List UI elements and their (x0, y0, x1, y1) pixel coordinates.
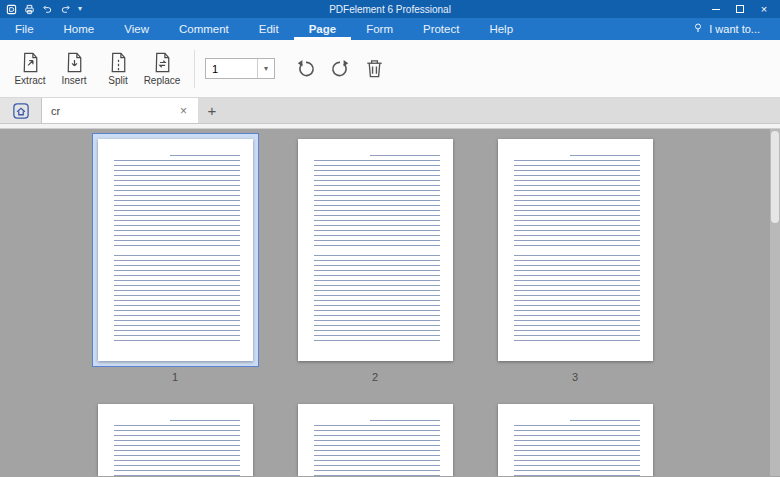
thumbnail-page-1[interactable]: 1 (90, 133, 260, 384)
rotate-left-button[interactable] (289, 52, 323, 86)
minimize-icon (712, 9, 720, 10)
replace-button[interactable]: Replace (140, 51, 184, 86)
insert-label: Insert (61, 75, 86, 86)
menu-form[interactable]: Form (351, 18, 408, 40)
page-thumbnail-panel: 1 2 3 (0, 129, 780, 476)
thumbnail-page-3[interactable]: 3 (490, 133, 660, 384)
maximize-icon (736, 5, 744, 13)
page-toolbar: Extract Insert Split Replace ▾ (0, 40, 780, 98)
rotate-right-icon (328, 57, 352, 81)
tab-close-icon[interactable]: × (178, 104, 189, 118)
menu-view[interactable]: View (109, 18, 164, 40)
menu-bar: File Home View Comment Edit Page Form Pr… (0, 18, 780, 40)
split-label: Split (108, 75, 127, 86)
thumbnail-selection-frame (492, 133, 659, 367)
minimize-button[interactable] (710, 3, 722, 15)
page-number-input[interactable] (206, 63, 252, 75)
document-tab-bar: cr × + (0, 98, 780, 124)
page-thumbnail[interactable] (98, 139, 253, 361)
page-text-preview (114, 155, 240, 345)
insert-button[interactable]: Insert (52, 51, 96, 86)
page-number-combo: ▾ (205, 58, 275, 79)
page-thumbnail[interactable] (298, 404, 453, 476)
rotate-right-button[interactable] (323, 52, 357, 86)
thumbnail-page-4[interactable] (90, 398, 260, 476)
window-controls: × (710, 3, 780, 15)
thumbnail-selection-frame (92, 133, 259, 367)
trash-icon (363, 57, 386, 80)
thumbnail-selection-frame (492, 398, 659, 476)
customize-toolbar-caret-icon[interactable]: ▾ (78, 5, 82, 13)
extract-label: Extract (14, 75, 45, 86)
thumbnail-page-6[interactable] (490, 398, 660, 476)
page-text-preview (114, 420, 240, 476)
home-icon (12, 102, 30, 120)
lightbulb-icon (692, 22, 704, 36)
split-icon (107, 51, 130, 74)
menu-help[interactable]: Help (474, 18, 528, 40)
extract-button[interactable]: Extract (8, 51, 52, 86)
page-thumbnail[interactable] (298, 139, 453, 361)
page-text-preview (314, 420, 440, 476)
close-button[interactable]: × (758, 3, 770, 15)
app-window: ▾ PDFelement 6 Professional × File Home … (0, 0, 780, 477)
menu-comment[interactable]: Comment (164, 18, 244, 40)
new-tab-button[interactable]: + (198, 98, 226, 123)
print-icon[interactable] (24, 4, 35, 15)
document-tab[interactable]: cr × (42, 98, 198, 123)
i-want-to-label: I want to... (709, 23, 760, 35)
combo-dropdown-icon[interactable]: ▾ (257, 59, 274, 78)
toolbar-separator (194, 50, 195, 88)
page-text-preview (514, 420, 640, 476)
redo-icon[interactable] (60, 4, 71, 15)
replace-label: Replace (144, 75, 181, 86)
menu-page[interactable]: Page (294, 18, 352, 40)
vertical-scrollbar[interactable] (770, 129, 780, 476)
thumbnail-grid: 1 2 3 (0, 129, 780, 476)
page-thumbnail[interactable] (98, 404, 253, 476)
menu-edit[interactable]: Edit (244, 18, 294, 40)
thumbnail-page-5[interactable] (290, 398, 460, 476)
split-button[interactable]: Split (96, 51, 140, 86)
menu-file[interactable]: File (0, 18, 49, 40)
menu-protect[interactable]: Protect (408, 18, 474, 40)
replace-icon (151, 51, 174, 74)
rotate-left-icon (294, 57, 318, 81)
app-logo-icon (6, 4, 17, 15)
page-thumbnail[interactable] (498, 404, 653, 476)
quick-access-toolbar: ▾ (0, 4, 82, 15)
page-thumbnail[interactable] (498, 139, 653, 361)
thumbnail-selection-frame (92, 398, 259, 476)
window-title: PDFelement 6 Professional (0, 4, 780, 15)
maximize-button[interactable] (734, 3, 746, 15)
page-text-preview (514, 155, 640, 345)
scrollbar-thumb[interactable] (771, 131, 779, 223)
delete-page-button[interactable] (357, 52, 391, 86)
home-tab[interactable] (0, 98, 42, 123)
title-bar: ▾ PDFelement 6 Professional × (0, 0, 780, 18)
page-text-preview (314, 155, 440, 345)
menu-home[interactable]: Home (49, 18, 110, 40)
page-number-label: 3 (572, 371, 578, 384)
thumbnail-selection-frame (292, 133, 459, 367)
page-number-label: 1 (172, 371, 178, 384)
thumbnail-selection-frame (292, 398, 459, 476)
undo-icon[interactable] (42, 4, 53, 15)
extract-icon (19, 51, 42, 74)
i-want-to-search[interactable]: I want to... (692, 18, 780, 40)
thumbnail-page-2[interactable]: 2 (290, 133, 460, 384)
page-number-label: 2 (372, 371, 378, 384)
document-tab-label: cr (51, 105, 178, 117)
insert-icon (63, 51, 86, 74)
